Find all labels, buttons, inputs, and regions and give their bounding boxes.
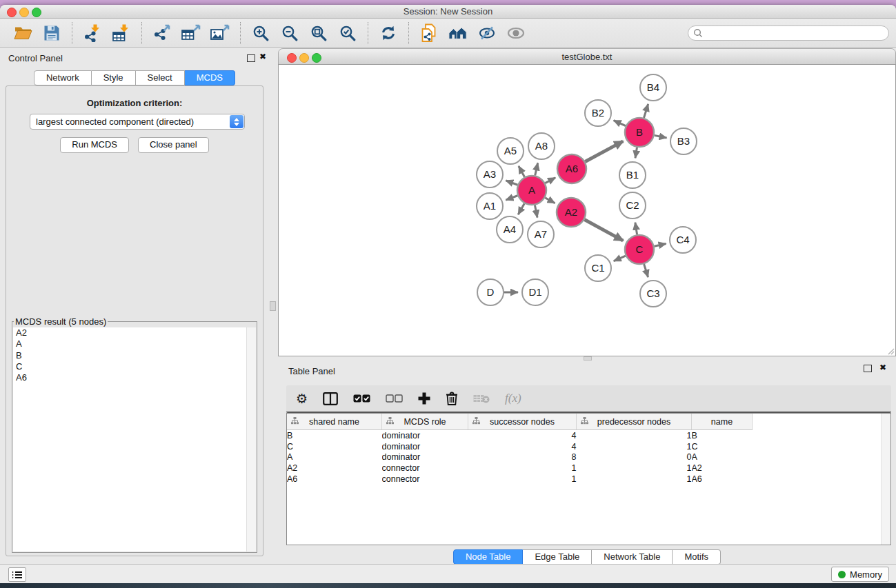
cell[interactable]: A6: [692, 474, 753, 485]
search-input[interactable]: [703, 28, 888, 39]
cell[interactable]: 1: [577, 430, 692, 441]
close-panel-icon[interactable]: ✖: [259, 52, 266, 61]
search-field[interactable]: [688, 26, 889, 41]
edge-A-A1[interactable]: [506, 196, 517, 200]
memory-button[interactable]: Memory: [831, 567, 889, 582]
cell[interactable]: 1: [577, 474, 692, 485]
cell[interactable]: A2: [692, 463, 753, 474]
table-row[interactable]: A2connector11A2: [287, 463, 754, 474]
import-table-icon[interactable]: [112, 23, 131, 43]
network-canvas[interactable]: B4B2BB3A8A5A6A3B1AA1C2A2A4A7C4CC1C3DD1: [278, 64, 896, 356]
tab-node-table[interactable]: Node Table: [453, 549, 524, 565]
table-scrollbar[interactable]: [881, 414, 890, 545]
export-network-icon[interactable]: [152, 23, 172, 43]
cell[interactable]: 1: [577, 441, 692, 452]
open-session-icon[interactable]: [13, 23, 32, 43]
tab-network[interactable]: Network: [34, 70, 92, 85]
cell[interactable]: 1: [468, 463, 577, 474]
edge-A6-B[interactable]: [585, 141, 623, 162]
edge-A2-C[interactable]: [584, 220, 623, 241]
cell[interactable]: 4: [468, 430, 577, 441]
table-row[interactable]: Cdominator41C: [287, 441, 754, 452]
zoom-in-icon[interactable]: [251, 23, 270, 43]
refresh-icon[interactable]: [379, 23, 398, 43]
network-graph[interactable]: B4B2BB3A8A5A6A3B1AA1C2A2A4A7C4CC1C3DD1: [279, 65, 895, 356]
export-image-icon[interactable]: [210, 23, 230, 43]
function-builder-icon[interactable]: f(x): [505, 392, 521, 405]
horizontal-splitter-handle[interactable]: [584, 356, 592, 361]
edge-A-A6[interactable]: [545, 178, 555, 183]
edge-B-B4[interactable]: [644, 104, 648, 118]
cell[interactable]: connector: [382, 474, 468, 485]
cell[interactable]: 8: [468, 452, 577, 463]
edge-C-C4[interactable]: [654, 243, 666, 246]
show-all-icon[interactable]: [506, 23, 526, 43]
zoom-fit-icon[interactable]: [309, 23, 328, 43]
cell[interactable]: C: [692, 441, 753, 452]
edge-A-A5[interactable]: [519, 166, 525, 177]
zoom-selected-icon[interactable]: [338, 23, 357, 43]
cell[interactable]: A2: [287, 463, 382, 474]
select-all-columns-icon[interactable]: [353, 394, 370, 403]
split-panel-icon[interactable]: [323, 392, 338, 405]
edge-C-C3[interactable]: [644, 264, 648, 277]
edge-A-A7[interactable]: [535, 205, 537, 218]
table-row[interactable]: Adominator80A: [287, 452, 754, 463]
clone-network-icon[interactable]: [419, 23, 439, 43]
delete-table-icon[interactable]: [473, 394, 490, 403]
vertical-splitter-handle[interactable]: [270, 301, 276, 311]
edge-C-C1[interactable]: [614, 256, 626, 261]
hide-selected-icon[interactable]: [477, 23, 497, 43]
cell[interactable]: dominator: [382, 441, 468, 452]
tab-edge-table[interactable]: Edge Table: [523, 549, 592, 565]
zoom-out-icon[interactable]: [280, 23, 299, 43]
close-table-panel-icon[interactable]: ✖: [879, 363, 886, 372]
tab-network-table[interactable]: Network Table: [592, 549, 673, 565]
export-table-icon[interactable]: [181, 23, 201, 43]
edge-B-B1[interactable]: [635, 148, 637, 159]
result-item[interactable]: C: [13, 361, 256, 372]
cell[interactable]: 0: [577, 452, 692, 463]
edge-A-A3[interactable]: [506, 181, 517, 185]
tab-motifs[interactable]: Motifs: [673, 549, 721, 565]
column-header-successor-nodes[interactable]: successor nodes: [468, 414, 577, 430]
result-item[interactable]: B: [13, 350, 256, 361]
column-header-mcds-role[interactable]: MCDS role: [382, 414, 468, 430]
task-history-button[interactable]: [8, 567, 26, 582]
column-header-name[interactable]: name: [692, 414, 753, 430]
edge-A-A2[interactable]: [545, 198, 555, 203]
create-column-icon[interactable]: [418, 392, 430, 405]
settings-icon[interactable]: ⚙: [296, 392, 308, 405]
cell[interactable]: B: [287, 430, 382, 441]
table-row[interactable]: Bdominator41B: [287, 430, 754, 441]
tab-mcds[interactable]: MCDS: [185, 70, 235, 85]
edge-A-A8[interactable]: [535, 163, 538, 175]
cell[interactable]: 1: [577, 463, 692, 474]
cell[interactable]: 1: [468, 474, 577, 485]
result-scrollbar[interactable]: [246, 327, 256, 551]
unselect-all-columns-icon[interactable]: [386, 394, 403, 403]
cell[interactable]: dominator: [382, 430, 468, 441]
node-table[interactable]: shared nameMCDS rolesuccessor nodesprede…: [286, 413, 891, 545]
cell[interactable]: C: [287, 441, 382, 452]
tab-select[interactable]: Select: [136, 70, 185, 85]
resize-grip-icon[interactable]: [886, 347, 895, 355]
cell[interactable]: A: [287, 452, 382, 463]
float-panel-icon[interactable]: [247, 54, 255, 62]
cell[interactable]: connector: [382, 463, 468, 474]
edge-B-B2[interactable]: [614, 121, 626, 126]
float-table-panel-icon[interactable]: [864, 365, 872, 372]
first-neighbors-icon[interactable]: [448, 23, 468, 43]
edge-B-B3[interactable]: [655, 135, 667, 138]
cell[interactable]: 4: [468, 441, 577, 452]
edge-A-A4[interactable]: [518, 203, 524, 214]
edge-C-C2[interactable]: [635, 223, 637, 235]
delete-columns-icon[interactable]: [446, 392, 458, 405]
mcds-result-list[interactable]: A2ABCA6: [13, 327, 256, 551]
result-item[interactable]: A: [13, 338, 256, 349]
criterion-dropdown[interactable]: largest connected component (directed): [30, 114, 245, 130]
import-network-icon[interactable]: [83, 23, 102, 43]
column-header-shared-name[interactable]: shared name: [287, 414, 382, 430]
table-row[interactable]: A6connector11A6: [287, 474, 754, 485]
cell[interactable]: dominator: [382, 452, 468, 463]
